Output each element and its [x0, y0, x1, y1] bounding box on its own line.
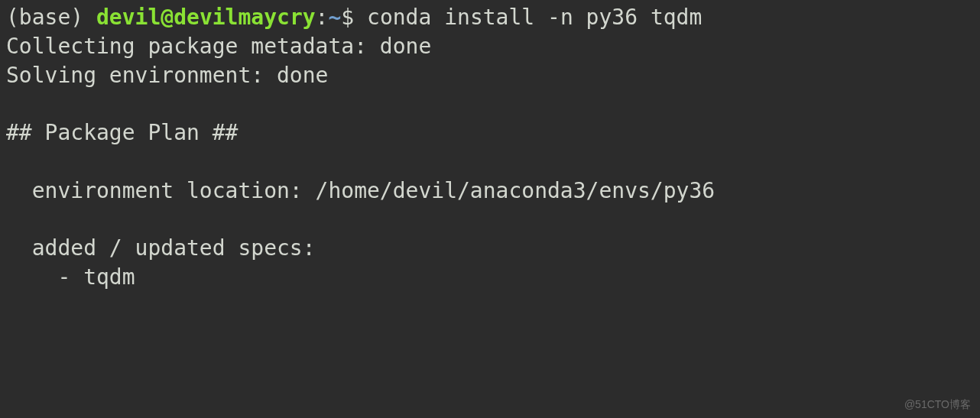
- output-line: [6, 147, 974, 177]
- output-line: [6, 292, 974, 321]
- prompt-path: ~: [328, 5, 341, 30]
- watermark-text: @51CTO博客: [904, 397, 971, 412]
- output-line: environment location: /home/devil/anacon…: [6, 177, 974, 206]
- output-line: [6, 89, 974, 118]
- prompt-user-host: devil@devilmaycry: [96, 5, 316, 30]
- output-line: Collecting package metadata: done: [6, 32, 974, 61]
- output-line: - tqdm: [6, 263, 974, 292]
- output-line: ## Package Plan ##: [6, 118, 974, 147]
- prompt-dollar: $: [341, 5, 367, 30]
- prompt-separator: :: [316, 5, 329, 30]
- output-line: [6, 206, 974, 235]
- prompt-line[interactable]: (base) devil@devilmaycry:~$ conda instal…: [6, 3, 974, 32]
- output-line: added / updated specs:: [6, 234, 974, 263]
- prompt-base: (base): [6, 5, 96, 30]
- command-text: conda install -n py36 tqdm: [367, 5, 702, 30]
- output-line: Solving environment: done: [6, 61, 974, 90]
